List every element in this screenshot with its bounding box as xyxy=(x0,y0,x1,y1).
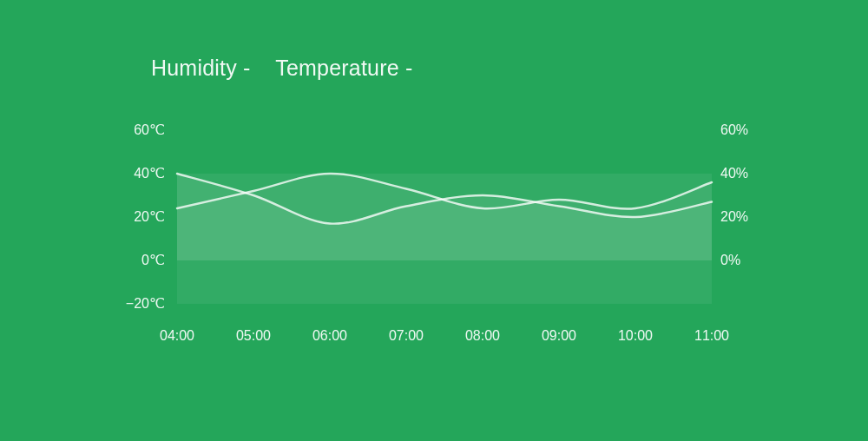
chart: 60℃ 40℃ 20℃ 0℃ −20℃ 60% 40% 20% 0% 04:00… xyxy=(87,130,781,391)
x-tick: 10:00 xyxy=(618,328,653,344)
legend-humidity: Humidity - xyxy=(151,56,251,80)
x-tick: 04:00 xyxy=(160,328,194,344)
legend-temperature: Temperature - xyxy=(275,56,412,80)
y-right-tick: 20% xyxy=(720,210,781,224)
y-left-tick: 0℃ xyxy=(87,253,165,267)
y-left-tick: 40℃ xyxy=(87,167,165,181)
y-left-tick: 60℃ xyxy=(87,123,165,137)
x-tick: 07:00 xyxy=(389,328,424,344)
y-right-tick: 40% xyxy=(720,167,781,181)
x-tick: 06:00 xyxy=(312,328,347,344)
x-tick: 05:00 xyxy=(236,328,271,344)
x-tick: 11:00 xyxy=(694,328,729,344)
chart-lines xyxy=(177,130,712,304)
y-left-tick: 20℃ xyxy=(87,210,165,224)
plot-area xyxy=(177,130,712,304)
x-tick: 09:00 xyxy=(542,328,576,344)
y-right-tick: 0% xyxy=(720,253,781,267)
y-right-tick: 60% xyxy=(720,123,781,137)
legend-temperature-label: Temperature - xyxy=(275,56,412,80)
x-tick: 08:00 xyxy=(465,328,500,344)
legend-humidity-label: Humidity - xyxy=(151,56,251,80)
y-left-tick: −20℃ xyxy=(87,297,165,311)
chart-legend: Humidity - Temperature - xyxy=(151,56,431,81)
